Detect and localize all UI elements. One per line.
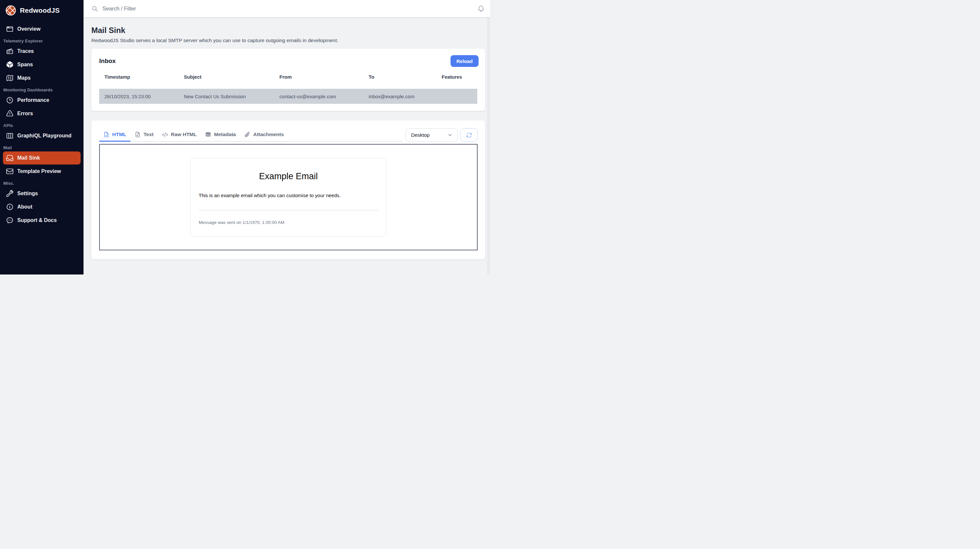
code-bracket-icon	[162, 131, 168, 138]
cell-timestamp: 26/10/2023, 15:23:00	[99, 94, 178, 99]
sidebar-section-mail: Mail	[3, 145, 81, 150]
content: Mail Sink RedwoodJS Studio serves a loca…	[84, 17, 490, 274]
cell-from: contact-us@example.com	[274, 94, 364, 99]
tab-label: Raw HTML	[171, 131, 197, 137]
sidebar-section-monitoring: Monitoring Dashboards	[3, 88, 81, 93]
sidebar-section-apis: APIs	[3, 123, 81, 128]
search-input[interactable]	[102, 6, 477, 12]
email-title: Example Email	[199, 171, 378, 181]
column-header-features: Features	[436, 74, 477, 80]
search-bar	[91, 5, 477, 12]
cell-subject: New Contact Us Submission	[178, 94, 274, 99]
search-icon	[91, 5, 98, 12]
table-row[interactable]: 26/10/2023, 15:23:00 New Contact Us Subm…	[99, 89, 477, 104]
warning-triangle-icon	[6, 110, 14, 118]
sidebar-item-label: Mail Sink	[17, 155, 40, 161]
sidebar-section-misc: Misc.	[3, 181, 81, 186]
sidebar-item-label: Errors	[17, 111, 33, 117]
info-circle-icon	[6, 203, 14, 211]
sidebar-item-label: Overview	[17, 26, 40, 32]
redwoodjs-logo-icon	[5, 5, 16, 16]
app-window: RedwoodJS Overview Telemetry Explorer Tr…	[0, 0, 490, 274]
chevron-down-icon	[447, 132, 453, 138]
sidebar-item-graphiql[interactable]: GraphiQL Playground	[3, 129, 81, 142]
sidebar-item-template-preview[interactable]: Template Preview	[3, 165, 81, 178]
sidebar-item-label: GraphiQL Playground	[17, 133, 72, 139]
tab-text[interactable]: Text	[130, 128, 158, 142]
mail-viewer-card: HTML Text	[91, 120, 485, 260]
sidebar-item-spans[interactable]: Spans	[3, 58, 81, 71]
email-sent-note: Message was sent on 1/1/1970, 1:00:00 AM	[199, 220, 378, 225]
sidebar-item-errors[interactable]: Errors	[3, 107, 81, 120]
cube-icon	[6, 61, 14, 69]
tab-label: HTML	[112, 131, 126, 137]
scrollbar-track[interactable]	[487, 17, 490, 274]
cell-to: inbox@example.com	[363, 94, 436, 99]
tab-raw-html[interactable]: Raw HTML	[158, 128, 201, 142]
sidebar-nav: Overview Telemetry Explorer Traces Spans	[0, 19, 84, 227]
column-header-to: To	[363, 74, 436, 80]
email-preview-frame: Example Email This is an example email w…	[99, 144, 477, 251]
page-header: Mail Sink RedwoodJS Studio serves a loca…	[91, 26, 485, 43]
main-area: Mail Sink RedwoodJS Studio serves a loca…	[84, 0, 490, 274]
viewer-toolbar: HTML Text	[99, 128, 477, 142]
inbox-card: Inbox Reload Timestamp Subject From To F…	[91, 49, 485, 111]
document-chart-icon	[103, 131, 109, 137]
device-select[interactable]: Desktop	[406, 128, 458, 142]
sidebar-item-performance[interactable]: Performance	[3, 94, 81, 107]
inbox-title: Inbox	[99, 57, 116, 65]
refresh-icon	[466, 132, 473, 139]
sidebar-item-label: Support & Docs	[17, 217, 57, 223]
sidebar-item-support-docs[interactable]: Support & Docs	[3, 214, 81, 227]
sidebar-item-label: Maps	[17, 75, 31, 81]
sidebar-item-label: Traces	[17, 48, 34, 54]
document-text-icon	[135, 131, 141, 137]
bell-icon[interactable]	[477, 5, 485, 13]
brand-name: RedwoodJS	[20, 6, 60, 14]
sidebar: RedwoodJS Overview Telemetry Explorer Tr…	[0, 0, 84, 274]
refresh-preview-button[interactable]	[460, 128, 477, 142]
tab-metadata[interactable]: Metadata	[201, 128, 240, 142]
sidebar-item-mail-sink[interactable]: Mail Sink	[3, 152, 81, 164]
table-icon	[205, 131, 211, 137]
sidebar-item-label: Performance	[17, 97, 49, 103]
inbox-header: Inbox Reload	[91, 49, 485, 67]
sidebar-item-label: About	[17, 204, 32, 210]
sidebar-item-label: Spans	[17, 62, 33, 67]
sidebar-item-maps[interactable]: Maps	[3, 72, 81, 85]
column-header-subject: Subject	[178, 74, 274, 80]
columns-icon	[6, 132, 14, 140]
sidebar-item-about[interactable]: About	[3, 200, 81, 214]
chat-bubble-icon	[6, 216, 14, 224]
radio-icon	[6, 47, 14, 55]
window-icon	[6, 25, 14, 33]
sidebar-item-traces[interactable]: Traces	[3, 45, 81, 58]
sidebar-section-telemetry: Telemetry Explorer	[3, 38, 81, 43]
tab-attachments[interactable]: Attachments	[240, 128, 288, 142]
brand-logo[interactable]: RedwoodJS	[0, 0, 84, 19]
reload-button[interactable]: Reload	[450, 55, 479, 67]
sidebar-item-overview[interactable]: Overview	[3, 22, 81, 35]
email-preview-card: Example Email This is an example email w…	[191, 158, 386, 237]
tab-label: Attachments	[253, 131, 284, 137]
column-header-from: From	[274, 74, 364, 80]
page-title: Mail Sink	[91, 26, 485, 35]
inbox-table-header: Timestamp Subject From To Features	[99, 67, 477, 80]
envelope-icon	[6, 168, 14, 175]
paperclip-icon	[244, 131, 250, 137]
wrench-icon	[6, 190, 14, 198]
sidebar-item-label: Template Preview	[17, 168, 61, 174]
map-icon	[6, 74, 14, 82]
column-header-timestamp: Timestamp	[99, 74, 178, 80]
inbox-icon	[6, 154, 14, 162]
device-select-value: Desktop	[411, 132, 430, 138]
page-subtitle: RedwoodJS Studio serves a local SMTP ser…	[91, 38, 485, 43]
email-body: This is an example email which you can c…	[199, 192, 378, 199]
sidebar-item-label: Settings	[17, 191, 38, 196]
tab-html[interactable]: HTML	[99, 128, 130, 142]
sidebar-item-settings[interactable]: Settings	[3, 187, 81, 200]
viewer-tabs: HTML Text	[99, 128, 402, 142]
clock-icon	[6, 96, 14, 104]
email-divider	[199, 210, 378, 211]
topbar	[84, 0, 490, 17]
